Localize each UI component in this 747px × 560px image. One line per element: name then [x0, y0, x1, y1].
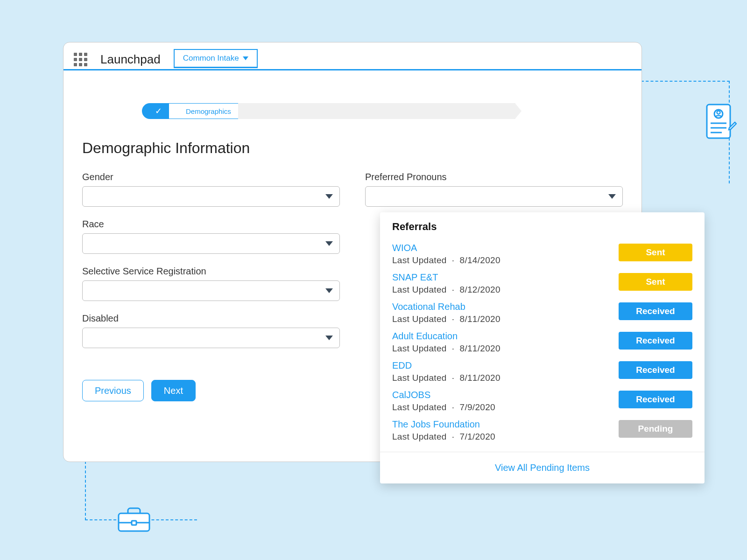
referral-row: Vocational RehabLast Updated · 8/11/2020… [392, 298, 692, 328]
referral-status-badge: Received [619, 332, 692, 350]
selective-service-select[interactable] [82, 280, 340, 301]
gender-select[interactable] [82, 186, 340, 207]
referral-row: EDDLast Updated · 8/11/2020Received [392, 357, 692, 386]
referral-last-updated: Last Updated · 8/11/2020 [392, 343, 619, 354]
race-label: Race [82, 219, 340, 230]
referral-row: CalJOBSLast Updated · 7/9/2020Received [392, 386, 692, 416]
tab-common-intake[interactable]: Common Intake [174, 49, 258, 68]
chevron-down-icon [325, 288, 333, 293]
progress-step-future[interactable] [401, 103, 461, 119]
progress-path: ✓ Demographics [142, 103, 641, 119]
referral-row: SNAP E&TLast Updated · 8/12/2020Sent [392, 269, 692, 298]
progress-step-future[interactable] [292, 103, 353, 119]
referral-name-link[interactable]: EDD [392, 360, 619, 371]
briefcase-icon [117, 506, 151, 533]
chevron-down-icon [608, 194, 616, 199]
previous-button[interactable]: Previous [82, 380, 144, 401]
chevron-down-icon [325, 241, 333, 246]
check-icon: ✓ [155, 106, 162, 116]
referral-name-link[interactable]: SNAP E&T [392, 272, 619, 283]
progress-step-future[interactable] [238, 103, 299, 119]
referral-status-badge: Received [619, 391, 692, 408]
chevron-down-icon [325, 336, 333, 340]
referral-status-badge: Received [619, 361, 692, 379]
next-button[interactable]: Next [151, 380, 196, 401]
chevron-down-icon [325, 194, 333, 199]
page-title: Demographic Information [82, 140, 623, 157]
referral-name-link[interactable]: CalJOBS [392, 390, 619, 400]
selective-service-label: Selective Service Registration [82, 266, 340, 277]
svg-rect-8 [132, 521, 136, 525]
pronouns-select[interactable] [365, 186, 623, 207]
disabled-select[interactable] [82, 328, 340, 348]
view-all-pending-link[interactable]: View All Pending Items [495, 462, 590, 473]
referral-last-updated: Last Updated · 8/11/2020 [392, 373, 619, 383]
referral-status-badge: Sent [619, 244, 692, 261]
referral-row: Adult EducationLast Updated · 8/11/2020R… [392, 328, 692, 357]
gender-label: Gender [82, 172, 340, 182]
referral-last-updated: Last Updated · 7/1/2020 [392, 432, 619, 442]
chevron-down-icon [243, 56, 248, 60]
progress-step-future[interactable] [346, 103, 407, 119]
referral-status-badge: Pending [619, 420, 692, 438]
progress-step-label: Demographics [186, 107, 231, 115]
pronouns-label: Preferred Pronouns [365, 172, 623, 182]
referral-row: WIOALast Updated · 8/14/2020Sent [392, 239, 692, 269]
referral-name-link[interactable]: Vocational Rehab [392, 301, 619, 312]
app-launcher-icon[interactable] [74, 53, 87, 66]
referral-row: The Jobs FoundationLast Updated · 7/1/20… [392, 416, 692, 445]
disabled-label: Disabled [82, 313, 340, 324]
referrals-panel: Referrals WIOALast Updated · 8/14/2020Se… [380, 212, 705, 483]
progress-step-future[interactable] [455, 103, 515, 119]
referral-last-updated: Last Updated · 8/12/2020 [392, 285, 619, 295]
referral-name-link[interactable]: WIOA [392, 243, 619, 253]
progress-step-demographics[interactable]: Demographics [169, 103, 245, 119]
referral-last-updated: Last Updated · 8/14/2020 [392, 255, 619, 266]
app-title: Launchpad [100, 52, 161, 67]
tab-label: Common Intake [183, 54, 239, 63]
referral-status-badge: Received [619, 302, 692, 320]
referrals-title: Referrals [392, 221, 692, 233]
race-select[interactable] [82, 233, 340, 254]
referral-last-updated: Last Updated · 8/11/2020 [392, 314, 619, 324]
referral-name-link[interactable]: The Jobs Foundation [392, 419, 619, 430]
profile-document-icon [705, 103, 737, 141]
referral-last-updated: Last Updated · 7/9/2020 [392, 402, 619, 413]
referral-name-link[interactable]: Adult Education [392, 331, 619, 342]
referral-status-badge: Sent [619, 273, 692, 291]
header-accent-bar [63, 69, 641, 70]
